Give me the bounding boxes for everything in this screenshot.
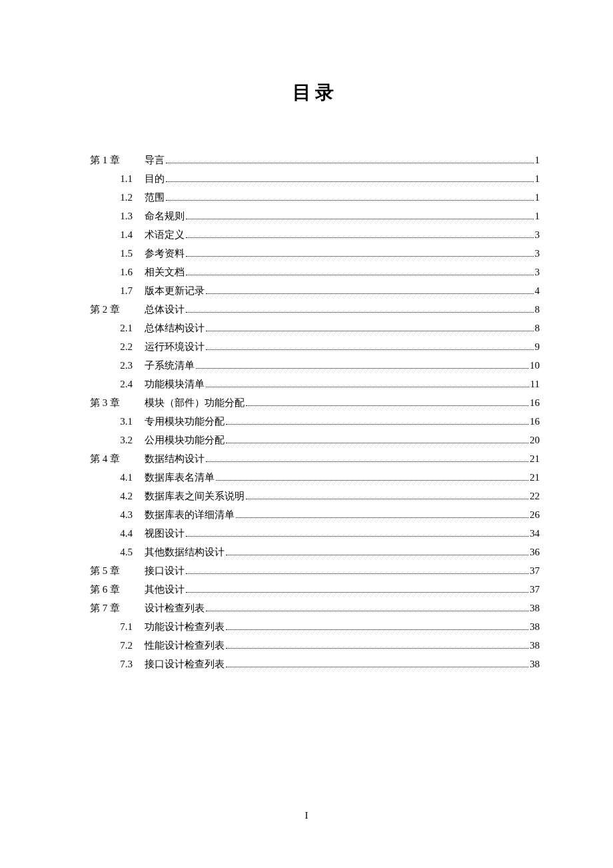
toc-entry: 3.2公用模块功能分配20 [90, 432, 540, 448]
toc-entry-page: 4 [535, 283, 540, 299]
toc-entry-page: 37 [530, 563, 540, 579]
toc-entry-title: 设计检查列表 [145, 600, 205, 616]
toc-entry-number: 4.2 [90, 488, 145, 504]
toc-entry-page: 11 [530, 376, 540, 392]
toc-dot-leader [206, 349, 534, 350]
toc-entry: 2.4功能模块清单11 [90, 376, 540, 392]
toc-entry-number: 第 3 章 [90, 395, 145, 411]
toc-dot-leader [246, 405, 528, 406]
toc-entry-page: 38 [530, 600, 540, 616]
toc-entry: 第 1 章导言1 [90, 152, 540, 168]
toc-dot-leader [246, 499, 528, 499]
toc-entry-page: 38 [530, 619, 540, 635]
toc-entry-page: 21 [530, 451, 540, 467]
toc-entry: 3.1专用模块功能分配16 [90, 413, 540, 429]
toc-entry: 7.1功能设计检查列表38 [90, 619, 540, 635]
toc-entry-number: 1.2 [90, 189, 145, 205]
toc-entry-number: 第 4 章 [90, 451, 145, 467]
toc-entry-title: 数据库表名清单 [145, 469, 215, 485]
toc-dot-leader [166, 200, 534, 201]
toc-entry: 4.1数据库表名清单21 [90, 469, 540, 485]
toc-entry-page: 3 [535, 227, 540, 243]
toc-entry-title: 范围 [145, 189, 165, 205]
toc-list: 第 1 章导言11.1目的11.2范围11.3命名规则11.4术语定义31.5参… [90, 152, 540, 672]
toc-entry: 1.3命名规则1 [90, 208, 540, 224]
toc-dot-leader [206, 461, 528, 462]
toc-entry-title: 模块（部件）功能分配 [145, 395, 245, 411]
toc-entry-page: 1 [535, 171, 540, 187]
toc-dot-leader [186, 312, 534, 313]
toc-dot-leader [186, 237, 534, 238]
toc-dot-leader [206, 331, 534, 331]
toc-entry-number: 第 6 章 [90, 581, 145, 597]
toc-entry: 第 6 章其他设计37 [90, 581, 540, 597]
toc-dot-leader [186, 536, 528, 537]
toc-entry: 1.2范围1 [90, 189, 540, 205]
toc-entry-number: 第 1 章 [90, 152, 145, 168]
toc-entry: 4.5其他数据结构设计36 [90, 544, 540, 560]
toc-entry-number: 1.7 [90, 283, 145, 299]
document-page: 目录 第 1 章导言11.1目的11.2范围11.3命名规则11.4术语定义31… [0, 0, 613, 672]
toc-dot-leader [166, 181, 534, 182]
toc-entry-number: 第 5 章 [90, 563, 145, 579]
toc-entry-page: 16 [530, 395, 540, 411]
toc-dot-leader [226, 443, 528, 443]
toc-dot-leader [236, 517, 528, 518]
toc-entry-title: 运行环境设计 [145, 339, 205, 355]
toc-entry: 第 4 章数据结构设计21 [90, 451, 540, 467]
toc-entry-title: 接口设计 [145, 563, 185, 579]
toc-dot-leader [226, 648, 528, 649]
toc-entry-number: 4.1 [90, 469, 145, 485]
toc-entry-title: 数据库表的详细清单 [145, 507, 235, 523]
toc-entry-number: 3.1 [90, 413, 145, 429]
toc-entry-page: 22 [530, 488, 540, 504]
toc-entry: 7.3接口设计检查列表38 [90, 656, 540, 672]
toc-entry-page: 36 [530, 544, 540, 560]
toc-entry-title: 其他设计 [145, 581, 185, 597]
toc-entry: 2.3子系统清单10 [90, 357, 540, 373]
page-number: I [0, 810, 613, 821]
toc-entry: 4.4视图设计34 [90, 525, 540, 541]
toc-entry-page: 37 [530, 581, 540, 597]
toc-entry-title: 术语定义 [145, 227, 185, 243]
toc-entry-page: 1 [535, 152, 540, 168]
toc-entry-title: 性能设计检查列表 [145, 637, 225, 653]
toc-entry: 1.4术语定义3 [90, 227, 540, 243]
toc-entry-title: 子系统清单 [145, 357, 195, 373]
toc-entry: 2.1总体结构设计8 [90, 320, 540, 336]
toc-dot-leader [186, 275, 534, 275]
toc-entry: 第 5 章接口设计37 [90, 563, 540, 579]
toc-entry-title: 数据库表之间关系说明 [145, 488, 245, 504]
toc-entry-title: 功能模块清单 [145, 376, 205, 392]
toc-entry-page: 38 [530, 637, 540, 653]
toc-entry-page: 38 [530, 656, 540, 672]
toc-entry: 4.3数据库表的详细清单26 [90, 507, 540, 523]
toc-entry: 1.1目的1 [90, 171, 540, 187]
toc-entry-page: 10 [530, 357, 540, 373]
toc-entry-number: 7.2 [90, 637, 145, 653]
toc-entry: 第 3 章模块（部件）功能分配16 [90, 395, 540, 411]
toc-entry: 7.2性能设计检查列表38 [90, 637, 540, 653]
toc-entry: 第 7 章设计检查列表38 [90, 600, 540, 616]
toc-entry-page: 1 [535, 189, 540, 205]
toc-dot-leader [216, 480, 528, 481]
toc-entry-number: 2.2 [90, 339, 145, 355]
toc-entry-title: 接口设计检查列表 [145, 656, 225, 672]
toc-entry-number: 第 2 章 [90, 301, 145, 317]
toc-entry-page: 1 [535, 208, 540, 224]
toc-entry-number: 1.4 [90, 227, 145, 243]
toc-entry-title: 导言 [145, 152, 165, 168]
toc-entry-page: 3 [535, 245, 540, 261]
toc-entry-title: 总体结构设计 [145, 320, 205, 336]
toc-entry: 2.2运行环境设计9 [90, 339, 540, 355]
toc-entry-number: 3.2 [90, 432, 145, 448]
toc-entry-title: 总体设计 [145, 301, 185, 317]
toc-entry-page: 9 [535, 339, 540, 355]
toc-dot-leader [206, 611, 528, 611]
toc-dot-leader [186, 573, 528, 574]
toc-entry-number: 第 7 章 [90, 600, 145, 616]
toc-entry: 1.5参考资料3 [90, 245, 540, 261]
toc-entry-page: 26 [530, 507, 540, 523]
toc-entry: 4.2数据库表之间关系说明22 [90, 488, 540, 504]
toc-dot-leader [186, 256, 534, 257]
